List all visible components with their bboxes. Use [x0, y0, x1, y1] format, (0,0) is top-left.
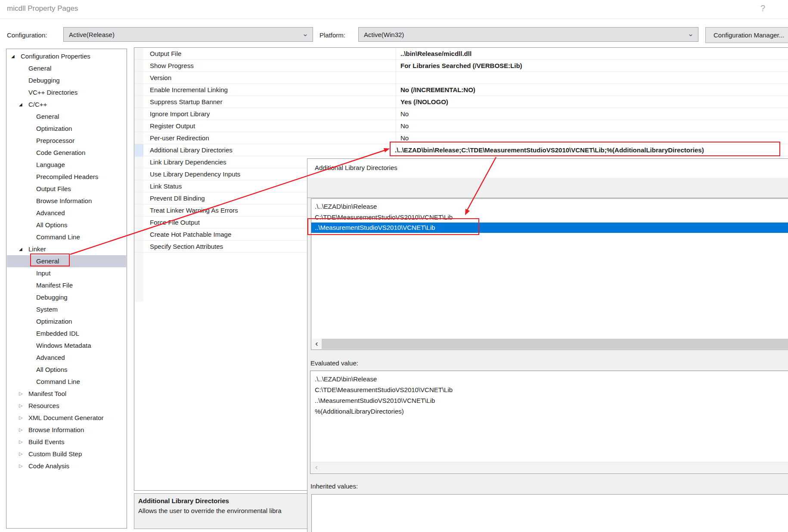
tree-item-label: General: [36, 111, 59, 123]
property-value[interactable]: No (/INCREMENTAL:NO): [400, 84, 475, 96]
collapse-icon[interactable]: ◢: [19, 243, 22, 255]
tree-item-label: XML Document Generator: [28, 412, 104, 424]
property-row-register-output[interactable]: Register OutputNo: [135, 120, 788, 132]
expand-icon[interactable]: ▷: [19, 412, 22, 424]
expand-icon[interactable]: ▷: [19, 388, 22, 400]
tree-item-label: Command Line: [36, 376, 80, 388]
property-row-enable-incremental-linking[interactable]: Enable Incremental LinkingNo (/INCREMENT…: [135, 84, 788, 96]
property-name: Enable Incremental Linking: [150, 84, 228, 96]
annotation-box-list-item: [307, 218, 479, 235]
tree-item-label: Optimization: [36, 123, 72, 135]
tree-item-vc-directories[interactable]: VC++ Directories: [7, 87, 126, 99]
evaluated-value-line: .\..\EZAD\bin\Release: [315, 374, 377, 384]
platform-label: Platform:: [320, 31, 345, 39]
tree-item-general[interactable]: General: [7, 111, 126, 123]
tree-item-debugging[interactable]: Debugging: [7, 74, 126, 87]
expand-icon[interactable]: ▷: [19, 400, 22, 412]
property-value[interactable]: No: [400, 120, 409, 132]
tree-item-resources[interactable]: ▷Resources: [7, 400, 126, 412]
tree-item-advanced[interactable]: Advanced: [7, 207, 126, 219]
property-value[interactable]: Yes (/NOLOGO): [400, 96, 448, 108]
tree-item-output-files[interactable]: Output Files: [7, 183, 126, 195]
tree-item-windows-metadata[interactable]: Windows Metadata: [7, 340, 126, 352]
property-row-suppress-startup-banner[interactable]: Suppress Startup BannerYes (/NOLOGO): [135, 96, 788, 108]
directory-item[interactable]: .\..\EZAD\bin\Release: [311, 201, 788, 212]
collapse-icon[interactable]: ◢: [11, 50, 15, 62]
property-value[interactable]: No: [400, 108, 409, 120]
tree-item-label: Manifest Tool: [28, 388, 66, 400]
expand-icon[interactable]: ▷: [19, 448, 22, 460]
configuration-dropdown[interactable]: Active(Release) ⌄: [63, 27, 313, 42]
tree-item-optimization[interactable]: Optimization: [7, 315, 126, 328]
tree-item-browse-information[interactable]: ▷Browse Information: [7, 424, 126, 436]
tree-item-configuration-properties[interactable]: ◢Configuration Properties: [7, 50, 126, 62]
title-bar: micdll Property Pages ?: [0, 0, 788, 19]
expand-icon[interactable]: ▷: [19, 460, 22, 472]
additional-library-directories-popup: Additional Library Directories ‹ .\..\EZ…: [307, 158, 788, 532]
tree-item-command-line[interactable]: Command Line: [7, 376, 126, 388]
configuration-tree: ◢Configuration PropertiesGeneralDebuggin…: [6, 49, 127, 529]
tree-item-label: Embedded IDL: [36, 328, 79, 340]
tree-item-input[interactable]: Input: [7, 267, 126, 279]
expand-icon[interactable]: ▷: [19, 436, 22, 448]
tree-item-precompiled-headers[interactable]: Precompiled Headers: [7, 171, 126, 183]
tree-item-command-line[interactable]: Command Line: [7, 231, 126, 243]
tree-item-c-c-[interactable]: ◢C/C++: [7, 99, 126, 111]
help-icon[interactable]: ?: [760, 3, 765, 13]
tree-item-all-options[interactable]: All Options: [7, 364, 126, 376]
tree-item-label: Debugging: [28, 74, 60, 87]
property-name: Link Library Dependencies: [150, 156, 226, 168]
configuration-manager-button[interactable]: Configuration Manager...: [705, 27, 788, 43]
tree-item-preprocessor[interactable]: Preprocessor: [7, 135, 126, 147]
property-row-version[interactable]: Version: [135, 72, 788, 84]
annotation-box-property-value: [390, 142, 780, 156]
tree-item-label: Code Analysis: [28, 460, 69, 472]
tree-item-label: Advanced: [36, 352, 65, 364]
evaluated-value-box[interactable]: ‹ .\..\EZAD\bin\ReleaseC:\TDE\Measuremen…: [310, 371, 788, 474]
scroll-left-icon[interactable]: ‹: [312, 339, 322, 349]
tree-item-code-analysis[interactable]: ▷Code Analysis: [7, 460, 126, 472]
tree-item-manifest-file[interactable]: Manifest File: [7, 279, 126, 291]
popup-title-strip: Additional Library Directories: [307, 159, 788, 178]
tree-item-language[interactable]: Language: [7, 159, 126, 171]
list-horizontal-scrollbar[interactable]: ‹: [312, 339, 788, 349]
tree-item-browse-information[interactable]: Browse Information: [7, 195, 126, 207]
tree-item-xml-document-generator[interactable]: ▷XML Document Generator: [7, 412, 126, 424]
property-name: Suppress Startup Banner: [150, 96, 222, 108]
tree-item-label: Input: [36, 267, 50, 279]
dialog-title: micdll Property Pages: [7, 4, 78, 13]
tree-item-embedded-idl[interactable]: Embedded IDL: [7, 328, 126, 340]
platform-dropdown[interactable]: Active(Win32) ⌄: [358, 27, 698, 42]
tree-item-custom-build-step[interactable]: ▷Custom Build Step: [7, 448, 126, 460]
tree-item-label: Debugging: [36, 291, 68, 303]
tree-item-system[interactable]: System: [7, 303, 126, 315]
property-name: Additional Library Directories: [150, 144, 233, 156]
tree-item-label: Configuration Properties: [21, 50, 90, 62]
property-row-ignore-import-library[interactable]: Ignore Import LibraryNo: [135, 108, 788, 120]
popup-title: Additional Library Directories: [315, 164, 397, 171]
tree-item-label: All Options: [36, 364, 68, 376]
property-name: Link Status: [150, 180, 182, 192]
property-name: Register Output: [150, 120, 195, 132]
configuration-dropdown-value: Active(Release): [69, 31, 115, 38]
property-row-output-file[interactable]: Output File..\bin\Release/micdll.dll: [135, 48, 788, 60]
inherited-values-box[interactable]: [311, 494, 788, 532]
tree-item-label: Optimization: [36, 315, 72, 328]
property-row-show-progress[interactable]: Show ProgressFor Libraries Searched (/VE…: [135, 60, 788, 72]
tree-item-debugging[interactable]: Debugging: [7, 291, 126, 303]
property-value[interactable]: ..\bin\Release/micdll.dll: [400, 48, 472, 60]
expand-icon[interactable]: ▷: [19, 424, 22, 436]
tree-item-build-events[interactable]: ▷Build Events: [7, 436, 126, 448]
tree-item-general[interactable]: General: [7, 62, 126, 74]
tree-item-all-options[interactable]: All Options: [7, 219, 126, 231]
tree-item-optimization[interactable]: Optimization: [7, 123, 126, 135]
property-value[interactable]: For Libraries Searched (/VERBOSE:Lib): [400, 60, 522, 72]
tree-item-code-generation[interactable]: Code Generation: [7, 147, 126, 159]
tree-item-label: Browse Information: [36, 195, 92, 207]
tree-item-manifest-tool[interactable]: ▷Manifest Tool: [7, 388, 126, 400]
collapse-icon[interactable]: ◢: [19, 99, 22, 111]
tree-item-advanced[interactable]: Advanced: [7, 352, 126, 364]
tree-item-label: General: [28, 62, 51, 74]
scroll-left-icon: ‹: [312, 462, 321, 473]
evaluated-horizontal-scrollbar[interactable]: ‹: [311, 462, 788, 473]
